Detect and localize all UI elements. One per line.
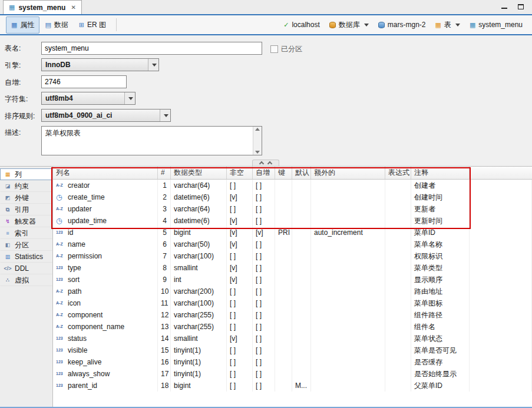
table-row[interactable]: A-Zcomponent12varchar(255)[ ][ ]组件路径	[53, 309, 532, 321]
grid-header-5[interactable]: 键	[275, 167, 292, 179]
cell-column-name: A-Zupdater	[53, 203, 158, 215]
table-row[interactable]: 123visible15tinyint(1)[ ][ ]菜单是否可见	[53, 344, 532, 356]
table-row[interactable]: A-Zicon11varchar(100)[ ][ ]菜单图标	[53, 297, 532, 309]
cell-type: smallint	[171, 262, 227, 274]
cell-expression	[385, 227, 411, 238]
cell-auto-increment: [ ]	[253, 333, 275, 344]
grid-header-9[interactable]: 注释	[411, 167, 470, 179]
table-row[interactable]: 123id5bigint[v][v]PRIauto_increment菜单ID	[53, 227, 532, 238]
engine-label: 引擎:	[5, 59, 40, 72]
description-scrollbar[interactable]	[253, 127, 262, 155]
chevron-down-icon[interactable]	[364, 24, 369, 26]
cell-expression	[385, 356, 411, 368]
table-row[interactable]: 123type8smallint[v][ ]菜单类型	[53, 262, 532, 274]
tab-data[interactable]: ▤数据	[39, 16, 73, 34]
sidebar-item-statistics[interactable]: ▥Statistics	[0, 251, 52, 263]
table-name-input[interactable]	[41, 42, 262, 55]
table-row[interactable]: A-Zcreator1varchar(64)[ ][ ]创建者	[53, 180, 532, 191]
sidebar-item-virtual[interactable]: ∴虚拟	[0, 274, 52, 286]
table-row[interactable]: 123always_show17tinyint(1)[ ][ ]是否始终显示	[53, 368, 532, 380]
partitioned-checkbox[interactable]	[270, 45, 278, 53]
breadcrumb-database-selector[interactable]: 数据库	[329, 20, 369, 30]
cell-default	[292, 227, 311, 238]
close-icon[interactable]: ✕	[71, 4, 75, 11]
grid-header-4[interactable]: 自增	[253, 167, 275, 179]
sidebar-item-constraints[interactable]: ◪约束	[0, 180, 52, 192]
sidebar-item-indexes[interactable]: ≡索引	[0, 227, 52, 239]
grid-header-2[interactable]: 数据类型	[171, 167, 227, 179]
schema-icon	[378, 22, 385, 28]
grid-header-1[interactable]: #	[158, 167, 171, 179]
cell-column-name: ◷update_time	[53, 215, 158, 227]
sidebar-item-references[interactable]: ⧉引用	[0, 204, 52, 215]
scroll-down-icon[interactable]	[255, 151, 260, 154]
cell-extra	[311, 333, 385, 344]
string-icon: A-Z	[56, 286, 66, 297]
table-row[interactable]: 123status14smallint[v][ ]菜单状态	[53, 333, 532, 344]
auto-increment-input[interactable]	[41, 75, 127, 88]
table-row[interactable]: ◷update_time4datetime(6)[v][ ]更新时间	[53, 215, 532, 227]
sidebar-item-ddl[interactable]: </>DDL	[0, 263, 52, 274]
datetime-icon: ◷	[56, 192, 66, 203]
data-icon: ▤	[45, 21, 51, 29]
cell-column-name: ◷create_time	[53, 191, 158, 203]
chevron-up-icon	[259, 161, 264, 166]
cell-expression	[385, 262, 411, 274]
grid-header-0[interactable]: 列名	[53, 167, 158, 179]
cell-num: 16	[158, 356, 171, 368]
sidebar-item-partitions[interactable]: ◧分区	[0, 239, 52, 251]
tab-er-diagram[interactable]: ⊞ER 图	[74, 16, 111, 34]
connection-icon: ✓	[283, 21, 289, 29]
triggers-icon: ↯	[4, 218, 12, 224]
table-row[interactable]: 123sort9int[v][ ]显示顺序	[53, 274, 532, 286]
minimize-button[interactable]	[501, 4, 507, 9]
grid-header-8[interactable]: 表达式	[385, 167, 411, 179]
collapse-panel-handle[interactable]	[252, 160, 279, 166]
cell-type: varchar(200)	[171, 286, 227, 297]
breadcrumb-table-selector[interactable]: ▦表	[435, 20, 460, 30]
editor-tab-system-menu[interactable]: ▦ system_menu ✕	[3, 0, 82, 14]
grid-header-6[interactable]: 默认	[292, 167, 311, 179]
references-icon: ⧉	[4, 207, 12, 213]
sidebar-item-foreign-keys[interactable]: ◩外键	[0, 192, 52, 204]
table-row[interactable]: A-Zpermission7varchar(100)[ ][ ]权限标识	[53, 250, 532, 262]
cell-key	[275, 274, 292, 286]
column-name-text: updater	[68, 203, 92, 215]
cell-extra	[311, 321, 385, 333]
charset-select[interactable]: utf8mb4	[41, 92, 136, 105]
breadcrumb-label: 表	[444, 20, 451, 30]
cell-extra	[311, 297, 385, 309]
cell-extra	[311, 238, 385, 250]
collation-select[interactable]: utf8mb4_0900_ai_ci	[41, 109, 171, 122]
table-row[interactable]: 123keep_alive16tinyint(1)[ ][ ]是否缓存	[53, 356, 532, 368]
table-row[interactable]: A-Zpath10varchar(200)[ ][ ]路由地址	[53, 286, 532, 297]
scroll-up-icon[interactable]	[255, 128, 260, 131]
string-icon: A-Z	[56, 180, 66, 191]
engine-select[interactable]: InnoDB	[41, 58, 159, 71]
tab-properties[interactable]: ▦属性	[6, 16, 39, 34]
breadcrumb-table[interactable]: ▦system_menu	[470, 21, 523, 29]
maximize-button[interactable]	[518, 4, 524, 9]
sidebar-item-triggers[interactable]: ↯触发器	[0, 215, 52, 227]
cell-default	[292, 309, 311, 321]
cell-not-null: [ ]	[227, 356, 253, 368]
column-name-text: component_name	[68, 321, 124, 333]
table-row[interactable]: A-Zcomponent_name13varchar(255)[ ][ ]组件名	[53, 321, 532, 333]
cell-type: int	[171, 274, 227, 286]
cell-key	[275, 297, 292, 309]
table-row[interactable]: ◷create_time2datetime(6)[v][ ]创建时间	[53, 191, 532, 203]
chevron-down-icon[interactable]	[455, 24, 460, 26]
sidebar-item-columns[interactable]: ▦列	[0, 168, 52, 180]
table-row[interactable]: A-Zname6varchar(50)[v][ ]菜单名称	[53, 238, 532, 250]
cell-auto-increment: [ ]	[253, 368, 275, 380]
breadcrumb-schema[interactable]: mars-mgn-2	[378, 21, 426, 29]
breadcrumb-connection[interactable]: ✓localhost	[283, 21, 320, 29]
table-row[interactable]: A-Zupdater3varchar(64)[ ][ ]更新者	[53, 203, 532, 215]
cell-default	[292, 250, 311, 262]
table-row[interactable]: 123parent_id18bigint[ ][ ]M...父菜单ID	[53, 380, 532, 392]
grid-header-3[interactable]: 非空	[227, 167, 253, 179]
description-textarea[interactable]: 菜单权限表	[41, 126, 262, 155]
cell-num: 4	[158, 215, 171, 227]
partitioned-checkbox-group[interactable]: 已分区	[270, 44, 302, 54]
grid-header-7[interactable]: 额外的	[311, 167, 385, 179]
